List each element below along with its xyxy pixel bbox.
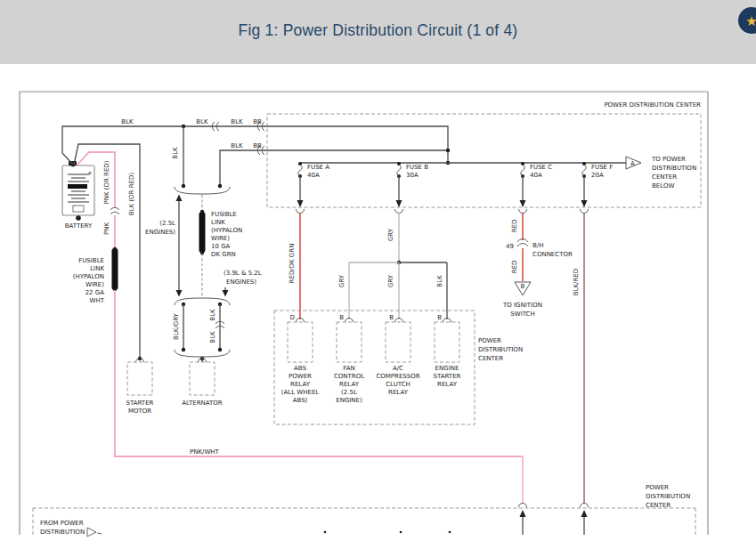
fusible-link-22-label: FUSIBLE (78, 257, 104, 264)
battery-label: BATTERY (65, 222, 93, 230)
fuse-f: FUSE F 20A (581, 162, 614, 214)
svg-text:POWER: POWER (646, 484, 669, 491)
wire-label-blk-gry: BLK/GRY (173, 312, 180, 339)
svg-text:WHT: WHT (90, 297, 105, 304)
wire-label-blk-red: BLK/RED (573, 269, 580, 295)
relay-label: ABS (294, 365, 306, 372)
inline-connector (110, 207, 119, 214)
fuse-rating: 30A (406, 172, 419, 179)
terminal-letter: B (339, 314, 344, 321)
svg-text:(HYPALON: (HYPALON (211, 227, 242, 234)
wire-blk-red: BLK/RED (573, 213, 584, 504)
battery-plus: + (87, 170, 93, 177)
svg-text:(2.5L: (2.5L (341, 389, 357, 396)
bh-connector-branch: 49 B/H CONNECTOR RED RED B TO IGNITION S… (502, 213, 573, 318)
starter-motor: STARTER MOTOR (126, 359, 154, 416)
wire-label-blk: BLK (209, 331, 216, 343)
wire-label-bb: BB (253, 118, 262, 125)
svg-text:RELAY: RELAY (437, 381, 458, 388)
wire-label-red: RED (511, 220, 518, 233)
svg-text:(HYPALON: (HYPALON (73, 273, 104, 280)
wire-label-blk: BLK (172, 147, 179, 159)
svg-text:10 GA: 10 GA (211, 243, 231, 250)
wire-label-pnk-or-red: PNK (OR RED) (103, 160, 110, 204)
bh-pin: 49 (506, 243, 514, 250)
wire-label-blk-or-red: BLK (OR RED) (128, 173, 135, 216)
fuse-name: FUSE A (307, 164, 329, 171)
wire-label-bb: BB (253, 142, 262, 149)
svg-text:STARTER: STARTER (434, 373, 461, 380)
alternator: ALTERNATOR (182, 359, 223, 408)
wire-label-red-dk-grn: RED/DK GRN (289, 244, 296, 284)
starter-motor-label: STARTER (126, 400, 154, 407)
svg-text:DK GRN: DK GRN (211, 251, 236, 258)
fusible-link-10ga: FUSIBLE LINK (HYPALON WIRE) 10 GA DK GRN (175, 187, 242, 305)
fuse-rating: 40A (530, 172, 542, 179)
wire-label-pnk: PNK (103, 222, 110, 235)
wiring-diagram: POWER DISTRIBUTION CENTER + BATTERY BLK … (0, 0, 756, 557)
wire-label-blk: BLK (196, 118, 208, 125)
from-power-arrow (87, 528, 96, 537)
svg-text:ENGINES): ENGINES) (226, 278, 256, 286)
fuse-b: FUSE B 30A (395, 162, 429, 214)
wire-blk-vertical: BLK (172, 126, 222, 188)
wire-label-blk: BLK (121, 118, 134, 125)
terminal-letter: B (437, 314, 442, 321)
svg-text:ABS): ABS) (293, 397, 308, 404)
wire-label-blk: BLK (231, 142, 243, 149)
fuse-rating: 20A (591, 172, 604, 179)
alternator-label: ALTERNATOR (182, 400, 223, 407)
fuse-a: FUSE A 40A (297, 162, 330, 214)
relay-label: ENGINE (435, 365, 459, 372)
svg-text:(ALL WHEEL: (ALL WHEEL (281, 389, 320, 396)
arrow-letter: A (630, 160, 635, 167)
relay-pdc-side-label: POWER (478, 337, 501, 344)
from-power-label: FROM POWER (40, 520, 84, 527)
relay-label: A/C (393, 365, 403, 372)
relay-fan: B FAN CONTROL RELAY (2.5L ENGINE) (334, 314, 364, 404)
fuse-name: FUSE F (591, 164, 613, 171)
fuse-name: FUSE B (406, 164, 428, 171)
svg-text:DISTRIBUTION: DISTRIBUTION (652, 165, 696, 172)
wire-label-blk: BLK (436, 275, 443, 287)
relay-abs: D ABS POWER RELAY (ALL WHEEL ABS) (281, 314, 320, 404)
svg-text:RELAY: RELAY (290, 381, 311, 388)
svg-text:WIRE): WIRE) (85, 281, 104, 288)
triangle-letter: B (521, 283, 525, 290)
wire-label-blk: BLK (231, 118, 243, 125)
svg-text:LINK: LINK (211, 219, 225, 226)
svg-text:DISTRIBUTION: DISTRIBUTION (646, 493, 690, 500)
wire-label-red: RED (511, 261, 518, 274)
engines-39-label: (3.9L & 5.2L (224, 270, 262, 277)
relay-ac: B A/C COMPRESSOR CLUTCH RELAY (376, 314, 419, 396)
svg-text:CONTROL: CONTROL (334, 373, 364, 380)
wire-gry-network: GRY GRY GRY BLK (338, 213, 447, 319)
to-ignition-label: TO IGNITION (502, 302, 542, 309)
svg-text:22 GA: 22 GA (85, 289, 105, 296)
svg-text:WIRE): WIRE) (211, 235, 230, 242)
relay-label: FAN (343, 365, 354, 372)
svg-text:CENTER: CENTER (652, 174, 677, 181)
battery: + BATTERY (62, 161, 94, 230)
svg-text:DISTRIBUTION: DISTRIBUTION (478, 346, 523, 353)
wire-label-gry: GRY (387, 274, 394, 287)
bh-name: B/H (532, 242, 543, 249)
wire-label-gry: GRY (338, 274, 345, 287)
alternator-feed: BLK/GRY BLK BLK (173, 303, 230, 362)
terminal-letter: D (290, 314, 295, 321)
terminal-letter: B (389, 314, 394, 321)
svg-text:POWER: POWER (289, 373, 312, 380)
wire-label-blk: BLK (209, 309, 216, 321)
fuse-name: FUSE C (530, 164, 552, 171)
engines-25-label: (2.5L (159, 220, 175, 227)
svg-text:COMPRESSOR: COMPRESSOR (376, 373, 419, 380)
svg-text:CLUTCH: CLUTCH (386, 381, 411, 388)
wire-label-pnk-wht: PNK/WHT (190, 448, 220, 456)
figure-border (20, 92, 708, 535)
svg-text:CENTER: CENTER (478, 355, 503, 362)
svg-text:CONNECTOR: CONNECTOR (532, 251, 573, 258)
fuse-c: FUSE C 40A (519, 162, 553, 214)
fusible-link-10-label: FUSIBLE (211, 211, 237, 218)
svg-text:DISTRIBUTION: DISTRIBUTION (40, 529, 85, 536)
fuse-rating: 40A (307, 172, 320, 179)
